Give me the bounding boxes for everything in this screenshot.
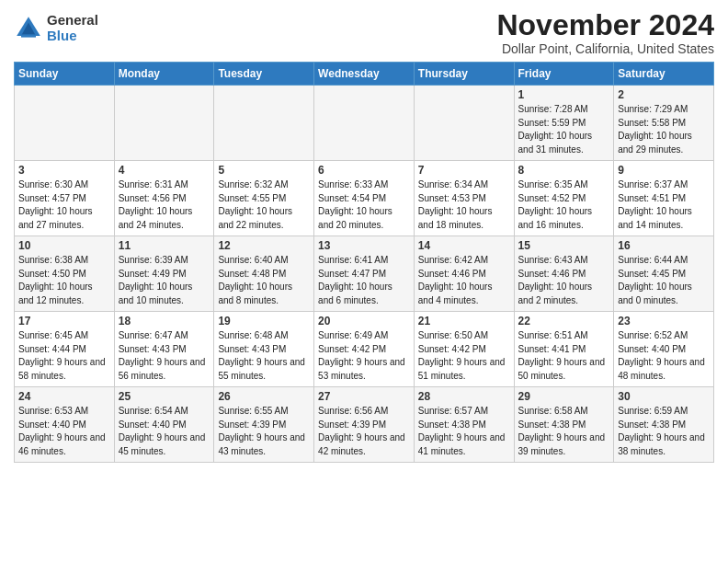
day-cell — [114, 86, 214, 161]
week-row-4: 17Sunrise: 6:45 AM Sunset: 4:44 PM Dayli… — [15, 312, 714, 387]
day-info: Sunrise: 6:38 AM Sunset: 4:50 PM Dayligh… — [18, 254, 110, 307]
day-info: Sunrise: 6:44 AM Sunset: 4:45 PM Dayligh… — [618, 254, 710, 307]
day-info: Sunrise: 6:54 AM Sunset: 4:40 PM Dayligh… — [119, 405, 210, 458]
day-number: 2 — [618, 88, 710, 101]
day-cell: 16Sunrise: 6:44 AM Sunset: 4:45 PM Dayli… — [614, 236, 714, 312]
day-info: Sunrise: 6:41 AM Sunset: 4:47 PM Dayligh… — [318, 254, 410, 307]
day-number: 7 — [418, 164, 510, 177]
day-cell: 24Sunrise: 6:53 AM Sunset: 4:40 PM Dayli… — [15, 387, 115, 463]
day-cell: 20Sunrise: 6:49 AM Sunset: 4:42 PM Dayli… — [314, 312, 415, 387]
day-info: Sunrise: 6:49 AM Sunset: 4:42 PM Dayligh… — [318, 329, 410, 383]
day-cell: 6Sunrise: 6:33 AM Sunset: 4:54 PM Daylig… — [314, 161, 415, 236]
day-cell — [414, 86, 514, 161]
day-cell: 30Sunrise: 6:59 AM Sunset: 4:38 PM Dayli… — [614, 387, 714, 463]
header-cell-wednesday: Wednesday — [314, 63, 415, 86]
day-number: 28 — [418, 390, 510, 403]
day-info: Sunrise: 6:42 AM Sunset: 4:46 PM Dayligh… — [418, 254, 510, 307]
day-number: 19 — [218, 315, 310, 327]
day-cell — [314, 86, 415, 161]
day-number: 29 — [518, 390, 610, 403]
day-number: 11 — [119, 239, 210, 252]
week-row-1: 1Sunrise: 7:28 AM Sunset: 5:59 PM Daylig… — [15, 86, 714, 161]
day-cell: 14Sunrise: 6:42 AM Sunset: 4:46 PM Dayli… — [414, 236, 514, 312]
day-info: Sunrise: 6:56 AM Sunset: 4:39 PM Dayligh… — [318, 405, 410, 458]
day-number: 12 — [218, 239, 310, 252]
day-number: 25 — [119, 390, 210, 403]
day-info: Sunrise: 7:29 AM Sunset: 5:58 PM Dayligh… — [618, 103, 710, 156]
header-row: SundayMondayTuesdayWednesdayThursdayFrid… — [15, 63, 714, 86]
day-number: 13 — [318, 239, 410, 252]
header: General Blue November 2024 Dollar Point,… — [14, 9, 714, 56]
day-cell: 11Sunrise: 6:39 AM Sunset: 4:49 PM Dayli… — [114, 236, 214, 312]
page: General Blue November 2024 Dollar Point,… — [0, 0, 728, 563]
logo-blue: Blue — [47, 29, 98, 44]
day-info: Sunrise: 6:47 AM Sunset: 4:43 PM Dayligh… — [119, 329, 210, 383]
day-cell: 22Sunrise: 6:51 AM Sunset: 4:41 PM Dayli… — [514, 312, 614, 387]
calendar-table: SundayMondayTuesdayWednesdayThursdayFrid… — [14, 62, 714, 463]
day-info: Sunrise: 6:40 AM Sunset: 4:48 PM Dayligh… — [218, 254, 310, 307]
day-cell: 12Sunrise: 6:40 AM Sunset: 4:48 PM Dayli… — [214, 236, 314, 312]
week-row-5: 24Sunrise: 6:53 AM Sunset: 4:40 PM Dayli… — [15, 387, 714, 463]
day-number: 23 — [618, 315, 710, 327]
day-cell: 27Sunrise: 6:56 AM Sunset: 4:39 PM Dayli… — [314, 387, 415, 463]
day-info: Sunrise: 6:31 AM Sunset: 4:56 PM Dayligh… — [119, 178, 210, 232]
header-cell-friday: Friday — [514, 63, 614, 86]
day-cell: 10Sunrise: 6:38 AM Sunset: 4:50 PM Dayli… — [15, 236, 115, 312]
header-cell-saturday: Saturday — [614, 63, 714, 86]
day-number: 27 — [318, 390, 410, 403]
day-number: 22 — [518, 315, 610, 327]
day-info: Sunrise: 7:28 AM Sunset: 5:59 PM Dayligh… — [518, 103, 610, 156]
day-info: Sunrise: 6:35 AM Sunset: 4:52 PM Dayligh… — [518, 178, 610, 232]
day-number: 4 — [119, 164, 210, 177]
day-cell: 21Sunrise: 6:50 AM Sunset: 4:42 PM Dayli… — [414, 312, 514, 387]
day-number: 17 — [18, 315, 110, 327]
week-row-3: 10Sunrise: 6:38 AM Sunset: 4:50 PM Dayli… — [15, 236, 714, 312]
day-cell — [214, 86, 314, 161]
location: Dollar Point, California, United States — [496, 41, 714, 56]
day-info: Sunrise: 6:55 AM Sunset: 4:39 PM Dayligh… — [218, 405, 310, 458]
day-cell: 3Sunrise: 6:30 AM Sunset: 4:57 PM Daylig… — [15, 161, 115, 236]
day-cell: 28Sunrise: 6:57 AM Sunset: 4:38 PM Dayli… — [414, 387, 514, 463]
day-number: 3 — [18, 164, 110, 177]
day-info: Sunrise: 6:43 AM Sunset: 4:46 PM Dayligh… — [518, 254, 610, 307]
day-info: Sunrise: 6:33 AM Sunset: 4:54 PM Dayligh… — [318, 178, 410, 232]
day-cell: 19Sunrise: 6:48 AM Sunset: 4:43 PM Dayli… — [214, 312, 314, 387]
day-info: Sunrise: 6:52 AM Sunset: 4:40 PM Dayligh… — [618, 329, 710, 383]
header-cell-monday: Monday — [114, 63, 214, 86]
day-number: 30 — [618, 390, 710, 403]
day-number: 18 — [119, 315, 210, 327]
month-title: November 2024 — [496, 9, 714, 41]
day-number: 26 — [218, 390, 310, 403]
day-info: Sunrise: 6:34 AM Sunset: 4:53 PM Dayligh… — [418, 178, 510, 232]
day-cell: 25Sunrise: 6:54 AM Sunset: 4:40 PM Dayli… — [114, 387, 214, 463]
header-cell-sunday: Sunday — [15, 63, 115, 86]
day-number: 1 — [518, 88, 610, 101]
day-info: Sunrise: 6:37 AM Sunset: 4:51 PM Dayligh… — [618, 178, 710, 232]
day-info: Sunrise: 6:32 AM Sunset: 4:55 PM Dayligh… — [218, 178, 310, 232]
day-info: Sunrise: 6:51 AM Sunset: 4:41 PM Dayligh… — [518, 329, 610, 383]
day-number: 5 — [218, 164, 310, 177]
day-number: 21 — [418, 315, 510, 327]
day-info: Sunrise: 6:39 AM Sunset: 4:49 PM Dayligh… — [119, 254, 210, 307]
day-cell: 17Sunrise: 6:45 AM Sunset: 4:44 PM Dayli… — [15, 312, 115, 387]
day-info: Sunrise: 6:45 AM Sunset: 4:44 PM Dayligh… — [18, 329, 110, 383]
day-number: 20 — [318, 315, 410, 327]
day-number: 15 — [518, 239, 610, 252]
day-info: Sunrise: 6:59 AM Sunset: 4:38 PM Dayligh… — [618, 405, 710, 458]
day-number: 16 — [618, 239, 710, 252]
day-cell: 1Sunrise: 7:28 AM Sunset: 5:59 PM Daylig… — [514, 86, 614, 161]
header-cell-thursday: Thursday — [414, 63, 514, 86]
day-cell: 29Sunrise: 6:58 AM Sunset: 4:38 PM Dayli… — [514, 387, 614, 463]
day-number: 9 — [618, 164, 710, 177]
day-cell: 7Sunrise: 6:34 AM Sunset: 4:53 PM Daylig… — [414, 161, 514, 236]
logo: General Blue — [14, 13, 98, 43]
day-cell: 15Sunrise: 6:43 AM Sunset: 4:46 PM Dayli… — [514, 236, 614, 312]
logo-text: General Blue — [47, 13, 98, 43]
day-cell: 18Sunrise: 6:47 AM Sunset: 4:43 PM Dayli… — [114, 312, 214, 387]
day-number: 10 — [18, 239, 110, 252]
day-number: 6 — [318, 164, 410, 177]
day-cell: 26Sunrise: 6:55 AM Sunset: 4:39 PM Dayli… — [214, 387, 314, 463]
day-info: Sunrise: 6:53 AM Sunset: 4:40 PM Dayligh… — [18, 405, 110, 458]
title-block: November 2024 Dollar Point, California, … — [496, 9, 714, 56]
day-cell: 9Sunrise: 6:37 AM Sunset: 4:51 PM Daylig… — [614, 161, 714, 236]
